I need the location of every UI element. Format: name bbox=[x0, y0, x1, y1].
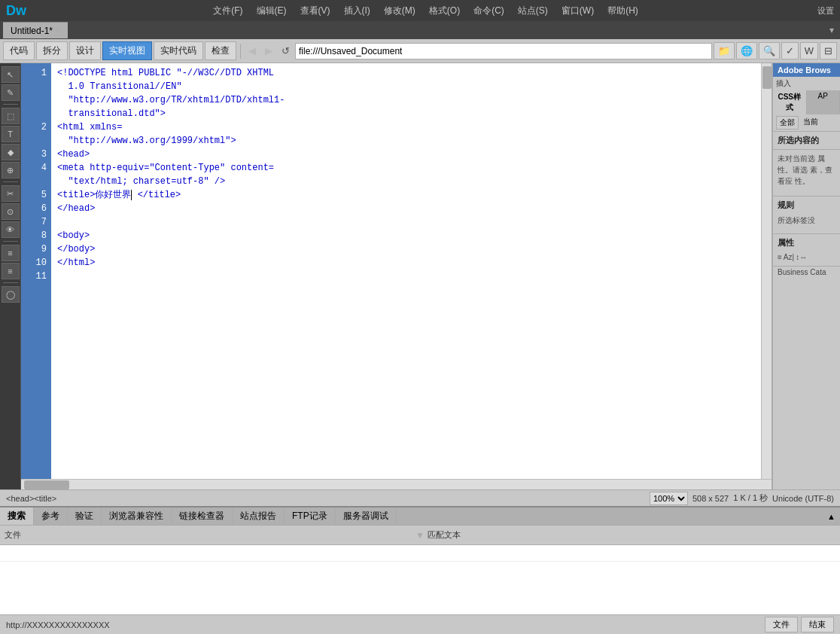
live-code-button[interactable]: 实时代码 bbox=[154, 41, 203, 60]
menu-view[interactable]: 查看(V) bbox=[294, 2, 336, 20]
menu-site[interactable]: 站点(S) bbox=[512, 2, 554, 20]
menu-insert[interactable]: 插入(I) bbox=[338, 2, 376, 20]
tab-close-button[interactable]: × bbox=[56, 26, 60, 35]
zoom-tool[interactable]: ⊙ bbox=[2, 203, 20, 220]
menu-command[interactable]: 命令(C) bbox=[467, 2, 510, 20]
select-tool[interactable]: ↖ bbox=[2, 66, 20, 83]
w3c-button[interactable]: W bbox=[800, 42, 818, 59]
tabbar-collapse-icon[interactable]: ▾ bbox=[826, 25, 837, 35]
tab-untitled[interactable]: Untitled-1* × bbox=[3, 22, 68, 38]
title-bar: Dw 文件(F) 编辑(E) 查看(V) 插入(I) 修改(M) 格式(O) 命… bbox=[0, 0, 840, 21]
debug-button[interactable]: 🔍 bbox=[759, 42, 780, 59]
tab-label: Untitled-1* bbox=[11, 26, 53, 36]
hscroll-thumb[interactable] bbox=[24, 480, 69, 489]
menu-format[interactable]: 格式(O) bbox=[423, 2, 466, 20]
text-tool[interactable]: T bbox=[2, 126, 20, 142]
status-bar: <head><title> 100% 50% 150% 200% 508 x 5… bbox=[0, 489, 840, 506]
col-match-header: 匹配文本 bbox=[428, 529, 835, 541]
editor-panel: ↖ ✎ ⬚ T ◆ ⊕ ✂ ⊙ 👁 ≡ ≡ ◯ 1 bbox=[0, 63, 840, 489]
validate-button[interactable]: ✓ bbox=[781, 42, 799, 59]
tab-bar: Untitled-1* × ▾ bbox=[0, 21, 840, 39]
menu-bar: 文件(F) 编辑(E) 查看(V) 插入(I) 修改(M) 格式(O) 命令(C… bbox=[207, 2, 644, 20]
right-panel-header: Adobe Brows bbox=[773, 63, 840, 77]
bottom-content bbox=[0, 545, 840, 614]
tool-separator-2 bbox=[3, 181, 18, 182]
settings-label[interactable]: 设置 bbox=[817, 5, 834, 17]
right-panel: Adobe Brows 插入 CSS样式 AP 全部 当前 所选内容的 未对当前… bbox=[772, 63, 840, 489]
col-separator: ▼ bbox=[415, 530, 425, 541]
rp-rule-title: 规则 bbox=[773, 196, 840, 214]
split-view-button[interactable]: 拆分 bbox=[36, 41, 68, 60]
tool-separator-3 bbox=[3, 241, 18, 242]
tool-separator-4 bbox=[3, 282, 18, 283]
search-tab[interactable]: 搜索 bbox=[0, 508, 34, 525]
multiscreen-button[interactable]: ⊟ bbox=[820, 42, 837, 59]
toolbar: 代码 拆分 设计 实时视图 实时代码 检查 ◀ ▶ ↺ 📁 🌐 🔍 ✓ W ⊟ bbox=[0, 39, 840, 63]
rp-selected-title: 所选内容的 bbox=[773, 132, 840, 150]
code-area: 1 2 3 4 5 6 7 8 9 10 11 bbox=[21, 63, 772, 489]
eye-tool[interactable]: 👁 bbox=[2, 221, 20, 238]
bottom-tabs: 搜索 参考 验证 浏览器兼容性 链接检查器 站点报告 FTP记录 服务器调试 ▲ bbox=[0, 508, 840, 526]
browse-file-button[interactable]: 📁 bbox=[714, 42, 735, 59]
breadcrumb: <head><title> bbox=[6, 494, 644, 503]
ap-elements-tab[interactable]: AP bbox=[807, 90, 841, 114]
rp-az-icon[interactable]: Az| bbox=[784, 253, 794, 261]
bottom-panel-collapse-icon[interactable]: ▲ bbox=[823, 512, 840, 521]
link-checker-tab[interactable]: 链接检查器 bbox=[172, 508, 233, 525]
circle-tool[interactable]: ◯ bbox=[2, 286, 20, 303]
rp-rule-content: 所选标签没 bbox=[773, 214, 840, 227]
footer-buttons: 文件 结束 bbox=[765, 617, 834, 632]
add-tool[interactable]: ⊕ bbox=[2, 162, 20, 178]
rp-props-icons: ≡ Az| ↕↔ bbox=[773, 251, 840, 263]
diamond-tool[interactable]: ◆ bbox=[2, 144, 20, 160]
list-tool-2[interactable]: ≡ bbox=[2, 263, 20, 279]
menu-window[interactable]: 窗口(W) bbox=[555, 2, 600, 20]
rp-props-title: 属性 bbox=[773, 233, 840, 251]
crop-tool[interactable]: ✂ bbox=[2, 185, 20, 202]
vscroll-thumb[interactable] bbox=[762, 66, 772, 89]
nav-back-button[interactable]: ◀ bbox=[245, 43, 260, 59]
refresh-button[interactable]: ↺ bbox=[278, 43, 294, 59]
live-view-button[interactable]: 实时视图 bbox=[102, 41, 152, 60]
reference-tab[interactable]: 参考 bbox=[34, 508, 68, 525]
preview-button[interactable]: 🌐 bbox=[736, 42, 757, 59]
inspect-button[interactable]: 检查 bbox=[205, 41, 236, 60]
done-button[interactable]: 结束 bbox=[801, 617, 834, 632]
all-current-tabs: 全部 当前 bbox=[773, 114, 840, 132]
ftp-log-tab[interactable]: FTP记录 bbox=[285, 508, 336, 525]
menu-modify[interactable]: 修改(M) bbox=[378, 2, 422, 20]
zoom-select[interactable]: 100% 50% 150% 200% bbox=[650, 492, 688, 505]
footer-url: http://XXXXXXXXXXXXXXX bbox=[6, 620, 110, 629]
code-view-button[interactable]: 代码 bbox=[3, 41, 35, 60]
rp-list-icon[interactable]: ≡ bbox=[778, 253, 782, 261]
browser-compat-tab[interactable]: 浏览器兼容性 bbox=[102, 508, 172, 525]
draw-tool[interactable]: ✎ bbox=[2, 84, 20, 101]
code-editor[interactable]: 1 2 3 4 5 6 7 8 9 10 11 bbox=[21, 63, 772, 479]
current-tab[interactable]: 当前 bbox=[800, 116, 821, 130]
rect-tool[interactable]: ⬚ bbox=[2, 108, 20, 124]
insert-tab-label[interactable]: 插入 bbox=[773, 77, 840, 90]
rp-resize-icon[interactable]: ↕↔ bbox=[796, 253, 807, 261]
vertical-scrollbar[interactable] bbox=[761, 63, 772, 479]
design-view-button[interactable]: 设计 bbox=[69, 41, 101, 60]
horizontal-scrollbar[interactable] bbox=[21, 479, 772, 489]
bottom-toolbar: 文件 ▼ 匹配文本 bbox=[0, 526, 840, 545]
encoding-indicator: Unicode (UTF-8) bbox=[772, 494, 834, 503]
nav-forward-button[interactable]: ▶ bbox=[261, 43, 276, 59]
list-tool-1[interactable]: ≡ bbox=[2, 245, 20, 261]
content-area: 代码 拆分 设计 实时视图 实时代码 检查 ◀ ▶ ↺ 📁 🌐 🔍 ✓ W ⊟ … bbox=[0, 39, 840, 634]
rp-biz-catalog: Business Cata bbox=[773, 266, 840, 278]
menu-file[interactable]: 文件(F) bbox=[207, 2, 248, 20]
url-input[interactable] bbox=[295, 43, 712, 59]
menu-help[interactable]: 帮助(H) bbox=[601, 2, 644, 20]
all-tab[interactable]: 全部 bbox=[776, 116, 799, 130]
file-button[interactable]: 文件 bbox=[765, 617, 798, 632]
menu-edit[interactable]: 编辑(E) bbox=[251, 2, 293, 20]
site-report-tab[interactable]: 站点报告 bbox=[233, 508, 285, 525]
validation-tab[interactable]: 验证 bbox=[68, 508, 102, 525]
bottom-panel: 搜索 参考 验证 浏览器兼容性 链接检查器 站点报告 FTP记录 服务器调试 ▲… bbox=[0, 506, 840, 634]
css-styles-tab[interactable]: CSS样式 bbox=[773, 90, 807, 114]
code-content[interactable]: <!DOCTYPE html PUBLIC "-//W3C//DTD XHTML… bbox=[51, 63, 761, 479]
server-debug-tab[interactable]: 服务器调试 bbox=[336, 508, 397, 525]
col-file-header: 文件 bbox=[5, 529, 412, 541]
